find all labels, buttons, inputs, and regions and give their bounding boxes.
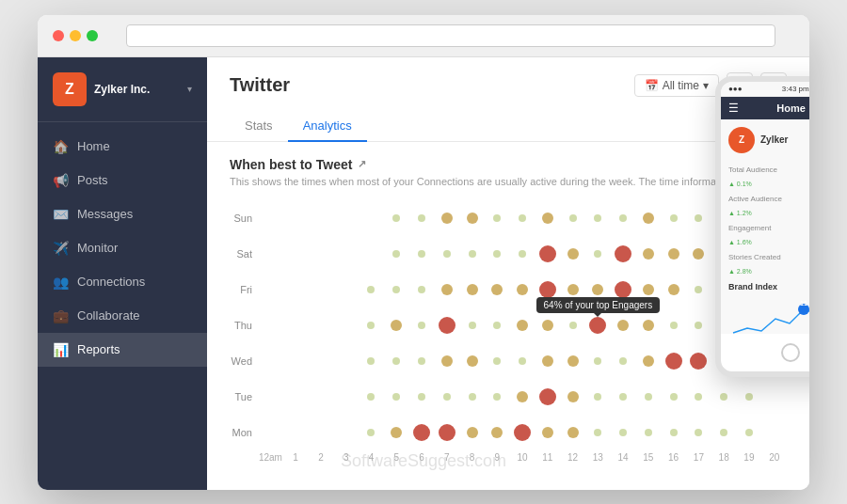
address-bar[interactable] xyxy=(126,24,775,47)
sidebar-item-home[interactable]: 🏠 Home xyxy=(38,130,207,164)
bubble xyxy=(517,320,528,331)
bubble xyxy=(519,214,526,222)
tab-analytics[interactable]: Analytics xyxy=(288,111,367,142)
bubble xyxy=(367,393,375,401)
bubble xyxy=(567,427,579,438)
hamburger-icon: ☰ xyxy=(728,102,739,115)
phone-home-button[interactable] xyxy=(781,343,800,362)
chart-cell xyxy=(635,284,661,295)
traffic-light-yellow[interactable] xyxy=(70,30,81,41)
chart-cell xyxy=(485,427,510,438)
bubble xyxy=(441,213,453,224)
x-axis-label: 3 xyxy=(333,452,359,463)
traffic-light-green[interactable] xyxy=(87,30,98,41)
bubble xyxy=(467,355,478,367)
chart-cell xyxy=(409,357,435,365)
chart-cell xyxy=(459,427,485,438)
chart-cell xyxy=(409,424,435,441)
tab-stats[interactable]: Stats xyxy=(230,111,288,142)
x-axis-label: 5 xyxy=(384,452,409,463)
sidebar-item-connections[interactable]: 👥 Connections xyxy=(38,265,207,299)
chart-cell xyxy=(485,393,510,401)
bubble xyxy=(367,322,375,329)
phone-mini-chart: 11 xyxy=(728,295,809,334)
phone-user-name: Zylker xyxy=(760,134,788,145)
sidebar-item-label: Monitor xyxy=(77,241,118,255)
sidebar-item-messages[interactable]: ✉️ Messages xyxy=(38,197,207,231)
app-body: Z Zylker Inc. ▾ 🏠 Home 📢 Posts ✉️ Messag… xyxy=(38,57,809,490)
chart-cell xyxy=(686,322,711,329)
page-title-row: Twitter 📅 All time ▾ 〰 ⊞ xyxy=(230,72,787,99)
browser-toolbar xyxy=(38,15,809,57)
bubble xyxy=(695,214,702,222)
sidebar-item-monitor[interactable]: ✈️ Monitor xyxy=(38,231,207,265)
chart-cell xyxy=(635,248,661,260)
bubble xyxy=(391,427,402,438)
bubble xyxy=(569,322,577,329)
chart-cell xyxy=(535,320,560,331)
sidebar-item-label: Reports xyxy=(77,342,120,356)
time-filter-dropdown[interactable]: 📅 All time ▾ xyxy=(634,74,719,97)
bubble xyxy=(441,355,453,367)
x-axis-label: 13 xyxy=(585,452,611,463)
chart-cell xyxy=(409,214,435,222)
bubble xyxy=(695,429,702,436)
x-axis: 12am1234567891011121314151617181920 xyxy=(258,452,787,463)
svg-text:11: 11 xyxy=(800,300,807,307)
chart-cell xyxy=(359,357,384,365)
chart-cell xyxy=(434,393,459,401)
x-axis-label: 2 xyxy=(309,452,334,463)
chart-cell xyxy=(686,353,711,370)
chart-cell xyxy=(535,281,560,298)
logo-letter: Z xyxy=(65,81,74,98)
bubble xyxy=(615,281,631,298)
chart-cell xyxy=(510,250,535,258)
chart-cell xyxy=(459,393,485,401)
chart-cell xyxy=(661,429,686,436)
chart-cell xyxy=(661,353,686,370)
bubble xyxy=(592,284,603,295)
chevron-down-icon: ▾ xyxy=(703,79,709,92)
bubble xyxy=(567,248,579,260)
bubble xyxy=(695,393,702,401)
bubble xyxy=(668,284,679,295)
row-label-thu: Thu xyxy=(230,320,258,331)
bubble xyxy=(493,393,501,401)
bubble xyxy=(392,214,400,222)
chart-cell xyxy=(737,393,762,401)
chart-cell xyxy=(535,213,560,224)
chart-cell xyxy=(409,393,435,401)
chart-cell xyxy=(434,355,459,367)
sidebar-item-collaborate[interactable]: 💼 Collaborate xyxy=(38,299,207,333)
chart-cell xyxy=(585,214,611,222)
chart-cell xyxy=(611,357,636,365)
chart-cell xyxy=(359,429,384,436)
chart-cell xyxy=(510,320,535,331)
row-cells xyxy=(258,379,787,415)
tooltip-bubble: 64% of your top Engagers xyxy=(589,317,606,334)
sidebar-item-label: Home xyxy=(77,139,110,153)
chart-row-sun: Sun xyxy=(230,200,787,236)
traffic-light-red[interactable] xyxy=(53,30,64,41)
chart-cell xyxy=(611,320,636,331)
bubble xyxy=(567,284,579,295)
sidebar-item-reports[interactable]: 📊 Reports xyxy=(38,333,207,367)
bubble xyxy=(594,429,601,436)
x-axis-label: 9 xyxy=(485,452,510,463)
chart-cell xyxy=(737,429,762,436)
bubble xyxy=(392,250,400,258)
sidebar-item-posts[interactable]: 📢 Posts xyxy=(38,164,207,197)
chart-cell xyxy=(560,214,585,222)
chart-cell xyxy=(711,393,737,401)
chart-row-wed: Wed xyxy=(230,343,787,379)
chart-cell xyxy=(611,281,636,298)
chart-cell xyxy=(661,248,686,260)
x-axis-label: 20 xyxy=(761,452,787,463)
bubble xyxy=(643,320,654,331)
bubble xyxy=(367,357,375,365)
row-label-tue: Tue xyxy=(230,391,258,402)
bubble xyxy=(418,214,425,222)
sidebar-item-label: Connections xyxy=(77,275,145,289)
chart-cell xyxy=(611,245,636,262)
sidebar-logo: Z Zylker Inc. ▾ xyxy=(38,57,207,122)
